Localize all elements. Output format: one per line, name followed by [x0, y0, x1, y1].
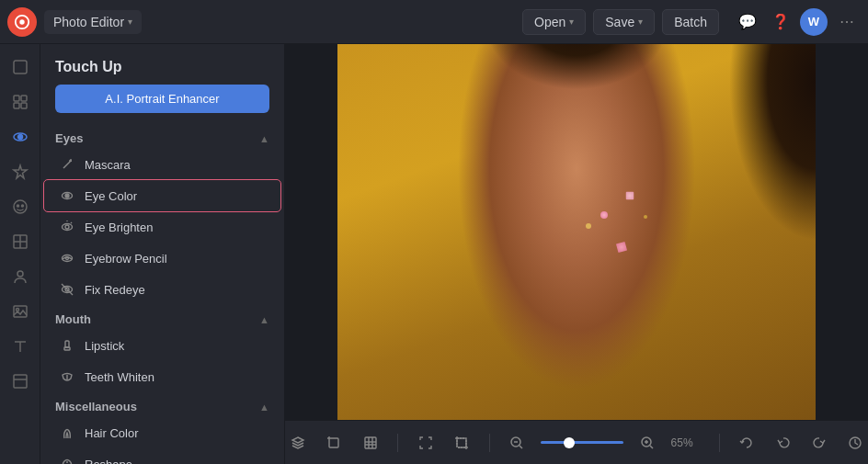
hair-color-item[interactable]: Hair Color [44, 417, 280, 448]
app-title-button[interactable]: Photo Editor ▾ [44, 10, 142, 34]
reset-button[interactable] [734, 428, 759, 458]
topbar: Photo Editor ▾ Open ▾ Save ▾ Batch 💬 ❓ W… [0, 0, 868, 44]
svg-marker-9 [14, 165, 27, 178]
layers-button[interactable] [285, 428, 310, 458]
fix-redeye-icon [59, 281, 75, 298]
svg-point-27 [65, 194, 69, 198]
image-tool-button[interactable] [5, 296, 36, 327]
svg-rect-6 [21, 103, 27, 108]
text-tool-button[interactable] [5, 331, 36, 362]
zoom-percentage: 65% [671, 436, 704, 449]
people-tool-button[interactable] [5, 261, 36, 292]
reshape-label: Reshape [85, 458, 132, 465]
collage-tool-button[interactable] [5, 226, 36, 257]
miscellaneous-section-title: Miscellaneous [55, 400, 137, 413]
svg-rect-17 [14, 306, 27, 317]
svg-rect-43 [329, 438, 338, 447]
lipstick-item[interactable]: Lipstick [44, 330, 280, 361]
help-icon-button[interactable]: ❓ [767, 8, 794, 36]
touch-up-panel: Touch Up A.I. Portrait Enhancer Eyes ▲ M… [40, 44, 285, 464]
mascara-item[interactable]: Mascara [44, 149, 280, 180]
photo-canvas [337, 44, 816, 420]
mouth-section-title: Mouth [55, 312, 91, 326]
reshape-item[interactable]: Reshape [44, 448, 280, 464]
lipstick-label: Lipstick [85, 339, 124, 353]
eyebrow-pencil-icon [59, 250, 75, 266]
eyebrow-pencil-item[interactable]: Eyebrow Pencil [44, 243, 280, 274]
eye-brighten-item[interactable]: Eye Brighten [44, 211, 280, 243]
hair-color-label: Hair Color [85, 426, 139, 440]
frame-tool-button[interactable] [5, 51, 36, 83]
eyes-section-header[interactable]: Eyes ▲ [40, 124, 284, 149]
crop-tool-button[interactable] [449, 428, 474, 458]
batch-button[interactable]: Batch [662, 9, 719, 35]
fix-redeye-item[interactable]: Fix Redeye [44, 274, 280, 305]
eye-brighten-label: Eye Brighten [85, 221, 153, 234]
svg-point-33 [66, 257, 69, 260]
canvas-content [285, 44, 868, 420]
svg-point-29 [65, 225, 69, 229]
comment-icon-button[interactable]: 💬 [734, 8, 761, 36]
misc-chevron-icon: ▲ [259, 402, 269, 413]
teeth-whiten-icon [59, 368, 75, 385]
history-button[interactable] [843, 428, 868, 458]
svg-point-18 [16, 309, 18, 311]
mascara-icon [59, 156, 75, 173]
separator-2 [489, 434, 490, 452]
svg-rect-3 [14, 96, 19, 101]
teeth-whiten-label: Teeth Whiten [85, 370, 154, 384]
lipstick-icon [59, 337, 75, 354]
redo-button[interactable] [806, 428, 831, 458]
avatar[interactable]: W [800, 8, 828, 36]
mouth-section-header[interactable]: Mouth ▲ [40, 305, 284, 330]
icon-bar [0, 44, 40, 464]
eye-color-label: Eye Color [85, 189, 137, 203]
svg-point-10 [14, 200, 27, 213]
svg-rect-2 [14, 61, 27, 74]
svg-rect-38 [64, 347, 70, 350]
app-title-chevron: ▾ [128, 17, 132, 27]
crop-button[interactable] [321, 428, 346, 458]
bottom-toolbar: 65% [285, 420, 868, 464]
eyes-section-title: Eyes [55, 131, 83, 145]
svg-rect-21 [14, 375, 27, 388]
topbar-more-button[interactable]: ⋯ [833, 8, 861, 36]
group-tool-button[interactable] [5, 86, 36, 118]
svg-point-16 [17, 271, 23, 277]
template-tool-button[interactable] [5, 366, 36, 397]
miscellaneous-section-header[interactable]: Miscellaneous ▲ [40, 392, 284, 417]
zoom-slider-wrap [541, 441, 623, 444]
svg-point-12 [21, 205, 23, 207]
eye-brighten-icon [59, 219, 75, 235]
svg-line-23 [63, 161, 71, 168]
panel-title: Touch Up [40, 44, 284, 85]
svg-rect-46 [365, 437, 376, 448]
svg-line-62 [650, 446, 653, 448]
app-title-label: Photo Editor [53, 15, 124, 29]
fix-redeye-label: Fix Redeye [85, 283, 145, 297]
svg-line-36 [62, 284, 73, 295]
zoom-slider[interactable] [541, 441, 623, 444]
grid-button[interactable] [358, 428, 383, 458]
eye-color-item[interactable]: Eye Color [44, 180, 280, 211]
eyebrow-pencil-label: Eyebrow Pencil [85, 252, 167, 266]
teeth-whiten-item[interactable]: Teeth Whiten [44, 361, 280, 392]
svg-point-11 [17, 205, 18, 207]
svg-rect-37 [65, 341, 69, 347]
eye-tool-button[interactable] [5, 121, 36, 153]
undo-button[interactable] [771, 428, 795, 458]
hair-color-icon [59, 424, 75, 441]
svg-rect-4 [21, 96, 27, 101]
mascara-label: Mascara [85, 158, 131, 172]
topbar-icons: 💬 ❓ W ⋯ [734, 8, 861, 36]
fullscreen-button[interactable] [413, 428, 438, 458]
save-button[interactable]: Save ▾ [593, 9, 655, 35]
open-button[interactable]: Open ▾ [522, 9, 586, 35]
magic-tool-button[interactable] [5, 156, 36, 187]
svg-point-8 [17, 135, 22, 140]
separator-3 [719, 434, 720, 452]
zoom-out-button[interactable] [505, 428, 530, 458]
ai-portrait-button[interactable]: A.I. Portrait Enhancer [55, 85, 269, 113]
zoom-in-button[interactable] [634, 428, 659, 458]
face-tool-button[interactable] [5, 191, 36, 222]
